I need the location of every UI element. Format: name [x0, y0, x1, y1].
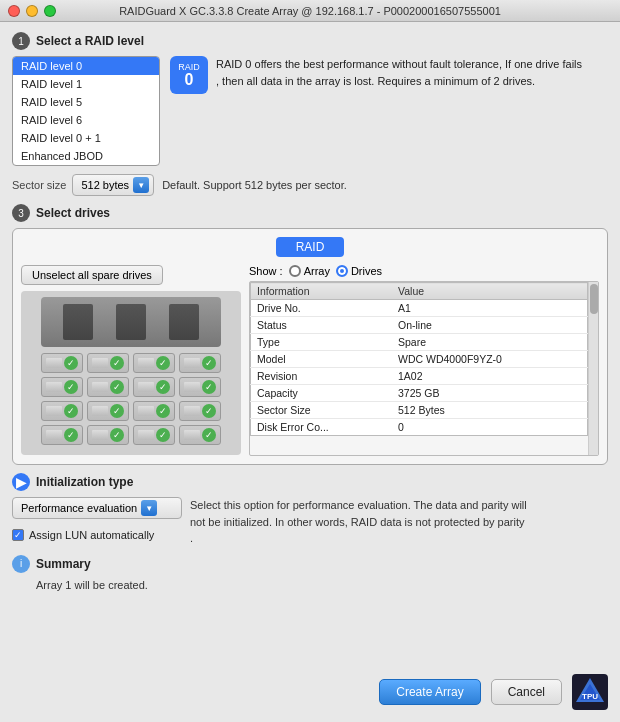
- disk-item-9[interactable]: ✓: [41, 401, 83, 421]
- init-type-arrow: ▼: [141, 500, 157, 516]
- disk-slot-1: [63, 304, 93, 340]
- cancel-button[interactable]: Cancel: [491, 679, 562, 705]
- table-row: Drive No. A1: [251, 300, 588, 317]
- disk-item-4[interactable]: ✓: [179, 353, 221, 373]
- raid-option-5[interactable]: RAID level 5: [13, 93, 159, 111]
- sector-size-arrow: ▼: [133, 177, 149, 193]
- window-controls[interactable]: [8, 5, 56, 17]
- show-row: Show : Array Drives: [249, 265, 599, 277]
- array-radio[interactable]: [289, 265, 301, 277]
- raid-option-1[interactable]: RAID level 1: [13, 75, 159, 93]
- row-model-val: WDC WD4000F9YZ-0: [392, 351, 587, 368]
- row-drive-no-val: A1: [392, 300, 587, 317]
- table-scrollbar[interactable]: [588, 282, 598, 455]
- window-title: RAIDGuard X GC.3.3.8 Create Array @ 192.…: [119, 5, 501, 17]
- maximize-button[interactable]: [44, 5, 56, 17]
- raid-selection-row: RAID level 0 RAID level 1 RAID level 5 R…: [12, 56, 608, 166]
- raid-tab[interactable]: RAID: [276, 237, 345, 257]
- disk-row-1: ✓ ✓ ✓ ✓: [41, 353, 221, 373]
- disk-item-15[interactable]: ✓: [133, 425, 175, 445]
- init-header: ▶ Initialization type: [12, 473, 608, 491]
- disk-item-3[interactable]: ✓: [133, 353, 175, 373]
- section3-num: 3: [12, 204, 30, 222]
- row-status-label: Status: [251, 317, 393, 334]
- raid-description: RAID 0 offers the best performance witho…: [216, 56, 608, 89]
- disk-item-16[interactable]: ✓: [179, 425, 221, 445]
- disk-item-5[interactable]: ✓: [41, 377, 83, 397]
- row-revision-val: 1A02: [392, 368, 587, 385]
- summary-title: Summary: [36, 557, 91, 571]
- init-type-select[interactable]: Performance evaluation ▼: [12, 497, 182, 519]
- row-capacity-val: 3725 GB: [392, 385, 587, 402]
- disk-slot-3: [169, 304, 199, 340]
- show-label: Show :: [249, 265, 283, 277]
- scrollbar-thumb: [590, 284, 598, 314]
- sector-size-value: 512 bytes: [81, 179, 129, 191]
- row-model-label: Model: [251, 351, 393, 368]
- drives-radio[interactable]: [336, 265, 348, 277]
- disk-item-7[interactable]: ✓: [133, 377, 175, 397]
- raid-option-01[interactable]: RAID level 0 + 1: [13, 129, 159, 147]
- disk-item-8[interactable]: ✓: [179, 377, 221, 397]
- disk-item-11[interactable]: ✓: [133, 401, 175, 421]
- disk-server: [41, 297, 221, 347]
- row-disk-error-val: 0: [392, 419, 587, 436]
- col-value: Value: [392, 283, 587, 300]
- assign-lun-row: ✓ Assign LUN automatically: [12, 529, 182, 541]
- unselect-all-btn[interactable]: Unselect all spare drives: [21, 265, 163, 285]
- init-section: ▶ Initialization type Performance evalua…: [12, 473, 608, 547]
- init-type-value: Performance evaluation: [21, 502, 137, 514]
- table-row: Revision 1A02: [251, 368, 588, 385]
- raid-option-0[interactable]: RAID level 0: [13, 57, 159, 75]
- raid-dropdown-list[interactable]: RAID level 0 RAID level 1 RAID level 5 R…: [12, 56, 160, 166]
- summary-section: i Summary Array 1 will be created.: [12, 555, 608, 591]
- drives-section: RAID Unselect all spare drives ✓ ✓: [12, 228, 608, 465]
- drives-left: Unselect all spare drives ✓ ✓ ✓ ✓: [21, 265, 241, 456]
- table-row: Capacity 3725 GB: [251, 385, 588, 402]
- row-type-label: Type: [251, 334, 393, 351]
- drives-content: Unselect all spare drives ✓ ✓ ✓ ✓: [21, 265, 599, 456]
- disk-row-3: ✓ ✓ ✓ ✓: [41, 401, 221, 421]
- disk-item-12[interactable]: ✓: [179, 401, 221, 421]
- section3-title: Select drives: [36, 206, 110, 220]
- row-type-val: Spare: [392, 334, 587, 351]
- row-drive-no-label: Drive No.: [251, 300, 393, 317]
- section1-title: Select a RAID level: [36, 34, 144, 48]
- init-description: Select this option for performance evalu…: [190, 497, 608, 547]
- array-radio-label[interactable]: Array: [289, 265, 330, 277]
- close-button[interactable]: [8, 5, 20, 17]
- assign-lun-checkbox[interactable]: ✓: [12, 529, 24, 541]
- raid-option-jbod[interactable]: Enhanced JBOD: [13, 147, 159, 165]
- col-info: Information: [251, 283, 393, 300]
- disk-item-14[interactable]: ✓: [87, 425, 129, 445]
- drives-radio-label[interactable]: Drives: [336, 265, 382, 277]
- disk-slot-2: [116, 304, 146, 340]
- assign-lun-label: Assign LUN automatically: [29, 529, 154, 541]
- summary-text: Array 1 will be created.: [36, 579, 608, 591]
- disk-row-4: ✓ ✓ ✓ ✓: [41, 425, 221, 445]
- section1-num: 1: [12, 32, 30, 50]
- disk-item-13[interactable]: ✓: [41, 425, 83, 445]
- sector-size-select[interactable]: 512 bytes ▼: [72, 174, 154, 196]
- info-table: Information Value Drive No. A1 Status: [250, 282, 588, 436]
- init-body: Performance evaluation ▼ ✓ Assign LUN au…: [12, 497, 608, 547]
- raid-badge: RAID 0: [170, 56, 208, 94]
- sector-size-row: Sector size 512 bytes ▼ Default. Support…: [12, 174, 608, 196]
- create-array-button[interactable]: Create Array: [379, 679, 480, 705]
- disk-item-1[interactable]: ✓: [41, 353, 83, 373]
- disk-item-10[interactable]: ✓: [87, 401, 129, 421]
- table-row: Type Spare: [251, 334, 588, 351]
- minimize-button[interactable]: [26, 5, 38, 17]
- drives-right: Show : Array Drives Information: [249, 265, 599, 456]
- disk-item-6[interactable]: ✓: [87, 377, 129, 397]
- row-sector-val: 512 Bytes: [392, 402, 587, 419]
- raid-option-6[interactable]: RAID level 6: [13, 111, 159, 129]
- raid-badge-num: 0: [185, 72, 194, 88]
- section3-header: 3 Select drives: [12, 204, 608, 222]
- disk-item-2[interactable]: ✓: [87, 353, 129, 373]
- row-disk-error-label: Disk Error Co...: [251, 419, 393, 436]
- init-icon: ▶: [12, 473, 30, 491]
- init-title: Initialization type: [36, 475, 133, 489]
- row-revision-label: Revision: [251, 368, 393, 385]
- table-row: Model WDC WD4000F9YZ-0: [251, 351, 588, 368]
